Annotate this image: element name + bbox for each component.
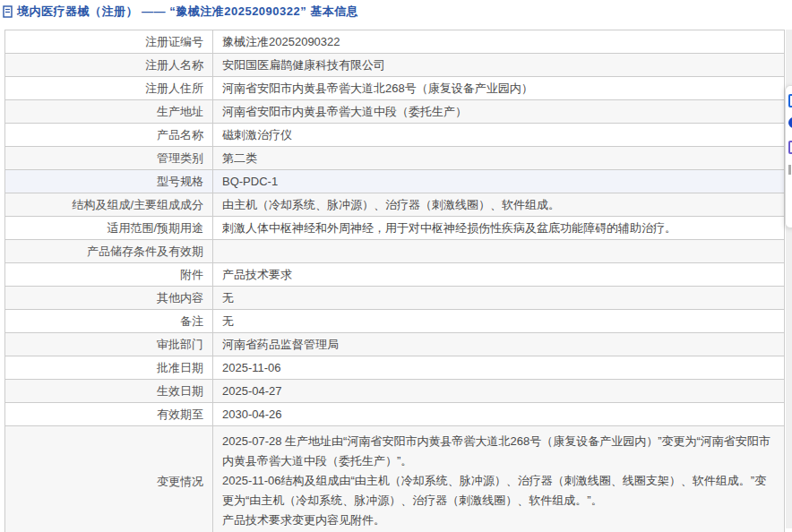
row-other-content: 其他内容 无 [5, 287, 785, 310]
approval-department-value: 河南省药品监督管理局 [213, 333, 785, 356]
row-product-name: 产品名称 磁刺激治疗仪 [5, 124, 785, 147]
structure-composition-label: 结构及组成/主要组成成分 [5, 193, 213, 217]
row-remark: 备注 无 [5, 310, 785, 333]
row-storage-validity: 产品储存条件及有效期 [5, 240, 785, 263]
row-model-spec[interactable]: 型号规格 BQ-PDC-1 [5, 170, 785, 193]
product-name-label: 产品名称 [5, 124, 213, 147]
model-spec-label: 型号规格 [5, 170, 213, 193]
effective-date-value: 2025-04-27 [213, 380, 785, 403]
clipped-icon-3[interactable] [788, 141, 792, 154]
device-info-section: 注册证编号 豫械注准20252090322 注册人名称 安阳国医扁鹊健康科技有限… [4, 30, 785, 532]
row-expiry-date: 有效期至 2030-04-26 [5, 403, 785, 426]
device-info-table: 注册证编号 豫械注准20252090322 注册人名称 安阳国医扁鹊健康科技有限… [4, 30, 785, 532]
production-address-label: 生产地址 [5, 100, 213, 124]
row-cert-number: 注册证编号 豫械注准20252090322 [5, 30, 785, 54]
clipped-icon-1[interactable] [788, 94, 792, 107]
row-approval-date: 批准日期 2025-11-06 [5, 356, 785, 380]
structure-composition-value: 由主机（冷却系统、脉冲源）、治疗器（刺激线圈）、软件组成。 [213, 193, 785, 217]
storage-validity-label: 产品储存条件及有效期 [5, 240, 213, 263]
intended-use-value: 刺激人体中枢神经和外周神经，用于对中枢神经损伤性疾病及盆底功能障碍的辅助治疗。 [213, 217, 785, 240]
row-change-info: 变更情况 2025-07-28 生产地址由“河南省安阳市内黄县帝喾大道北268号… [5, 426, 785, 532]
row-registrant-address: 注册人住所 河南省安阳市内黄县帝喾大道北268号（康复设备产业园内） [5, 77, 785, 100]
registrant-address-value: 河南省安阳市内黄县帝喾大道北268号（康复设备产业园内） [213, 77, 785, 100]
effective-date-label: 生效日期 [5, 380, 213, 403]
attachment-value: 产品技术要求 [213, 263, 785, 287]
clipped-icon-2[interactable] [788, 117, 792, 128]
page-title: 境内医疗器械（注册） —— “豫械注准20252090322” 基本信息 [17, 4, 358, 20]
row-attachment: 附件 产品技术要求 [5, 263, 785, 287]
row-approval-department: 审批部门 河南省药品监督管理局 [5, 333, 785, 356]
management-class-value: 第二类 [213, 147, 785, 170]
row-registrant-name: 注册人名称 安阳国医扁鹊健康科技有限公司 [5, 54, 785, 77]
registrant-address-label: 注册人住所 [5, 77, 213, 100]
clipped-icon-4[interactable] [788, 165, 791, 175]
product-name-value: 磁刺激治疗仪 [213, 124, 785, 147]
attachment-label: 附件 [5, 263, 213, 287]
remark-label: 备注 [5, 310, 213, 333]
approval-date-value: 2025-11-06 [213, 356, 785, 380]
change-info-value: 2025-07-28 生产地址由“河南省安阳市内黄县帝喾大道北268号（康复设备… [213, 426, 785, 532]
intended-use-label: 适用范围/预期用途 [5, 217, 213, 240]
registrant-name-value: 安阳国医扁鹊健康科技有限公司 [213, 54, 785, 77]
cert-number-label: 注册证编号 [5, 30, 213, 54]
row-production-address: 生产地址 河南省安阳市内黄县帝喾大道中段（委托生产） [5, 100, 785, 124]
document-icon [3, 5, 13, 18]
remark-value: 无 [213, 310, 785, 333]
row-intended-use: 适用范围/预期用途 刺激人体中枢神经和外周神经，用于对中枢神经损伤性疾病及盆底功… [5, 217, 785, 240]
expiry-date-label: 有效期至 [5, 403, 213, 426]
other-content-label: 其他内容 [5, 287, 213, 310]
row-structure-composition: 结构及组成/主要组成成分 由主机（冷却系统、脉冲源）、治疗器（刺激线圈）、软件组… [5, 193, 785, 217]
change-info-label: 变更情况 [5, 426, 213, 532]
management-class-label: 管理类别 [5, 147, 213, 170]
storage-validity-value [213, 240, 785, 263]
expiry-date-value: 2030-04-26 [213, 403, 785, 426]
registrant-name-label: 注册人名称 [5, 54, 213, 77]
other-content-value: 无 [213, 287, 785, 310]
row-effective-date: 生效日期 2025-04-27 [5, 380, 785, 403]
approval-date-label: 批准日期 [5, 356, 213, 380]
approval-department-label: 审批部门 [5, 333, 213, 356]
production-address-value: 河南省安阳市内黄县帝喾大道中段（委托生产） [213, 100, 785, 124]
row-management-class: 管理类别 第二类 [5, 147, 785, 170]
model-spec-value: BQ-PDC-1 [213, 170, 785, 193]
floating-side-toolbar[interactable] [785, 85, 792, 228]
page-header: 境内医疗器械（注册） —— “豫械注准20252090322” 基本信息 [3, 3, 358, 21]
cert-number-value: 豫械注准20252090322 [213, 30, 785, 54]
